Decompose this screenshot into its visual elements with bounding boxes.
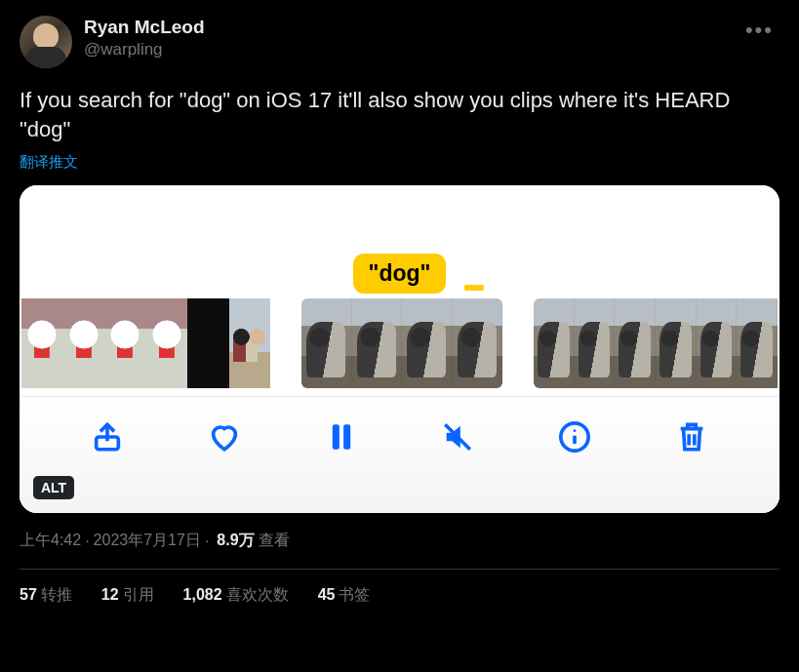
mute-icon xyxy=(441,420,474,454)
thumbnail-frame xyxy=(697,298,738,388)
stat-label: 转推 xyxy=(41,586,72,603)
mute-button[interactable] xyxy=(438,417,477,456)
video-timeline[interactable] xyxy=(20,298,779,391)
like-button[interactable] xyxy=(205,417,244,456)
thumbnail-frame xyxy=(301,298,352,388)
clip-group xyxy=(21,298,270,388)
quotes-stat[interactable]: 12引用 xyxy=(101,585,154,606)
thumbnail-frame xyxy=(737,298,778,388)
tweet-text: If you search for "dog" on iOS 17 it'll … xyxy=(20,86,779,143)
meta-separator: · xyxy=(205,533,209,550)
tweet-meta: 上午4:42 · 2023年7月17日 · 8.9万 查看 xyxy=(20,531,779,570)
thumbnail-frame xyxy=(63,298,105,388)
views-label: 查看 xyxy=(259,531,290,551)
author-block: Ryan McLeod @warpling xyxy=(84,16,205,59)
date[interactable]: 2023年7月17日 xyxy=(94,531,201,551)
stat-count: 12 xyxy=(101,586,119,603)
timestamp[interactable]: 上午4:42 xyxy=(20,531,81,551)
stats-row: 57转推 12引用 1,082喜欢次数 45书签 xyxy=(20,570,779,621)
info-icon xyxy=(558,420,591,454)
more-button[interactable]: ••• xyxy=(739,16,779,45)
share-button[interactable] xyxy=(88,417,127,456)
share-icon xyxy=(91,420,124,454)
display-name[interactable]: Ryan McLeod xyxy=(84,16,205,39)
stat-label: 喜欢次数 xyxy=(226,586,289,603)
media-toolbar xyxy=(20,396,779,513)
pause-button[interactable] xyxy=(322,417,361,456)
heart-icon xyxy=(208,420,241,454)
bookmarks-stat[interactable]: 45书签 xyxy=(318,585,371,606)
svg-rect-2 xyxy=(343,424,350,450)
stat-count: 57 xyxy=(20,586,37,603)
info-button[interactable] xyxy=(555,417,594,456)
clip-group xyxy=(301,298,502,388)
likes-stat[interactable]: 1,082喜欢次数 xyxy=(183,585,289,606)
more-icon: ••• xyxy=(745,18,774,42)
thumbnail-frame xyxy=(146,298,188,388)
translate-link[interactable]: 翻译推文 xyxy=(20,153,779,172)
thumbnail-frame xyxy=(229,298,271,388)
thumbnail-frame xyxy=(21,298,63,388)
svg-point-5 xyxy=(574,429,577,432)
trash-icon xyxy=(675,420,708,454)
meta-separator: · xyxy=(85,533,89,550)
delete-button[interactable] xyxy=(672,417,711,456)
clip-group xyxy=(534,298,778,388)
alt-badge[interactable]: ALT xyxy=(33,476,74,499)
retweets-stat[interactable]: 57转推 xyxy=(20,585,72,606)
views-count[interactable]: 8.9万 xyxy=(217,531,254,551)
thumbnail-frame xyxy=(104,298,146,388)
avatar[interactable] xyxy=(20,16,72,68)
thumbnail-frame xyxy=(575,298,616,388)
thumbnail-frame xyxy=(352,298,403,388)
svg-rect-1 xyxy=(332,424,339,450)
thumbnail-frame xyxy=(656,298,697,388)
thumbnail-frame xyxy=(187,298,229,388)
tweet: Ryan McLeod @warpling ••• If you search … xyxy=(0,0,799,621)
tweet-header: Ryan McLeod @warpling ••• xyxy=(20,16,779,68)
stat-label: 书签 xyxy=(339,586,370,603)
pause-icon xyxy=(325,420,358,454)
stat-label: 引用 xyxy=(123,586,154,603)
handle[interactable]: @warpling xyxy=(84,39,205,59)
media-card[interactable]: "dog" xyxy=(20,185,779,513)
stat-count: 1,082 xyxy=(183,586,222,603)
thumbnail-frame xyxy=(615,298,656,388)
media-top: "dog" xyxy=(20,185,779,298)
stat-count: 45 xyxy=(318,586,336,603)
thumbnail-frame xyxy=(534,298,575,388)
caption-tag: "dog" xyxy=(353,254,447,294)
thumbnail-frame xyxy=(453,298,503,388)
thumbnail-frame xyxy=(402,298,453,388)
